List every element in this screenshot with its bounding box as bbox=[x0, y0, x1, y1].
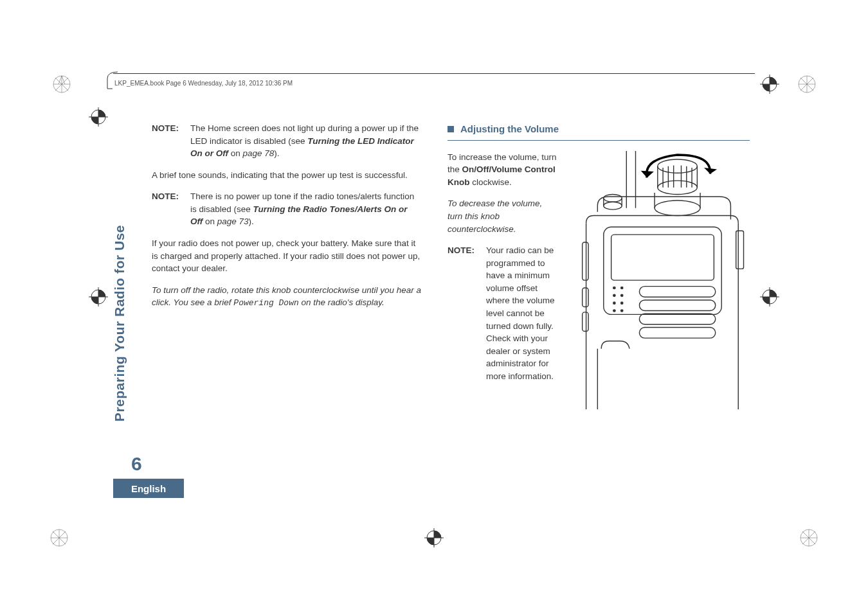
note-text: Your radio can be programmed to have a m… bbox=[486, 244, 557, 382]
svg-rect-68 bbox=[639, 286, 715, 297]
note-text-fragment: ). bbox=[274, 148, 279, 158]
text-fragment: on the radio's display. bbox=[299, 298, 384, 307]
note-label: NOTE: bbox=[152, 190, 190, 228]
svg-point-65 bbox=[620, 301, 624, 305]
header-rule bbox=[113, 73, 755, 74]
registration-starburst-icon bbox=[797, 75, 817, 94]
note-text: The Home screen does not light up during… bbox=[190, 122, 422, 160]
note-text-fragment: on bbox=[228, 148, 243, 158]
svg-marker-52 bbox=[704, 168, 717, 173]
svg-rect-75 bbox=[736, 231, 744, 269]
svg-rect-58 bbox=[604, 227, 721, 314]
note-block: NOTE: There is no power up tone if the r… bbox=[152, 190, 422, 228]
svg-point-54 bbox=[604, 202, 622, 209]
content-area: NOTE: The Home screen does not light up … bbox=[152, 122, 755, 418]
svg-point-57 bbox=[604, 194, 622, 202]
section-rule bbox=[448, 140, 750, 141]
svg-point-66 bbox=[620, 309, 624, 312]
note-text-fragment: on bbox=[203, 217, 217, 226]
svg-point-45 bbox=[658, 159, 698, 173]
svg-point-61 bbox=[613, 294, 616, 297]
svg-rect-70 bbox=[639, 314, 715, 324]
note-label: NOTE: bbox=[448, 244, 486, 382]
svg-point-60 bbox=[613, 286, 616, 289]
svg-rect-74 bbox=[583, 312, 588, 332]
display-text-mono: Powering Down bbox=[233, 298, 298, 308]
svg-marker-53 bbox=[641, 171, 654, 178]
svg-rect-71 bbox=[639, 327, 715, 338]
note-label: NOTE: bbox=[152, 122, 190, 160]
svg-point-67 bbox=[613, 309, 616, 312]
svg-point-64 bbox=[620, 294, 624, 297]
crop-bracket-icon bbox=[106, 71, 125, 90]
registration-starburst-icon bbox=[50, 528, 69, 547]
svg-line-5 bbox=[59, 76, 62, 84]
section-header: Adjusting the Volume bbox=[448, 122, 750, 136]
registration-starburst-icon bbox=[52, 75, 71, 94]
text-fragment: clockwise. bbox=[470, 177, 512, 187]
note-text: There is no power up tone if the radio t… bbox=[190, 190, 422, 228]
body-paragraph-italic: To turn off the radio, rotate this knob … bbox=[152, 284, 422, 310]
section-title: Adjusting the Volume bbox=[460, 122, 559, 136]
header-meta-text: LKP_EMEA.book Page 6 Wednesday, July 18,… bbox=[114, 80, 293, 87]
note-block: NOTE: The Home screen does not light up … bbox=[152, 122, 422, 160]
body-paragraph-italic: To decrease the volume, turn this knob c… bbox=[448, 197, 557, 235]
svg-rect-59 bbox=[611, 235, 714, 280]
registration-mark-icon bbox=[760, 75, 779, 94]
page-ref: page 78 bbox=[243, 148, 275, 158]
text-with-illustration: To increase the volume, turn the On/Off/… bbox=[448, 151, 750, 409]
body-paragraph: If your radio does not power up, check y… bbox=[152, 237, 422, 275]
square-bullet-icon bbox=[448, 126, 454, 132]
note-block: NOTE: Your radio can be programmed to ha… bbox=[448, 244, 557, 382]
page-ref: page 73 bbox=[217, 217, 249, 226]
body-paragraph: To increase the volume, turn the On/Off/… bbox=[448, 151, 557, 189]
right-column: Adjusting the Volume To increase the vol… bbox=[448, 122, 750, 418]
svg-rect-72 bbox=[583, 242, 588, 280]
body-paragraph: A brief tone sounds, indicating that the… bbox=[152, 169, 422, 182]
page-number: 6 bbox=[131, 453, 142, 475]
svg-rect-73 bbox=[583, 288, 588, 307]
registration-mark-icon bbox=[424, 528, 444, 547]
svg-point-62 bbox=[613, 301, 616, 305]
radio-knob-illustration bbox=[567, 151, 750, 409]
registration-mark-icon bbox=[760, 287, 779, 306]
registration-mark-icon bbox=[89, 287, 108, 306]
svg-point-39 bbox=[655, 200, 700, 216]
registration-starburst-icon bbox=[799, 528, 818, 547]
right-text-column: To increase the volume, turn the On/Off/… bbox=[448, 151, 557, 409]
section-sidebar-title: Preparing Your Radio for Use bbox=[112, 225, 127, 422]
svg-point-42 bbox=[658, 181, 698, 194]
svg-point-63 bbox=[620, 286, 624, 289]
svg-line-6 bbox=[62, 76, 65, 84]
registration-mark-icon bbox=[89, 107, 108, 127]
svg-rect-69 bbox=[639, 300, 715, 311]
left-column: NOTE: The Home screen does not light up … bbox=[152, 122, 422, 418]
language-footer: English bbox=[113, 479, 184, 498]
note-text-fragment: ). bbox=[249, 217, 254, 226]
